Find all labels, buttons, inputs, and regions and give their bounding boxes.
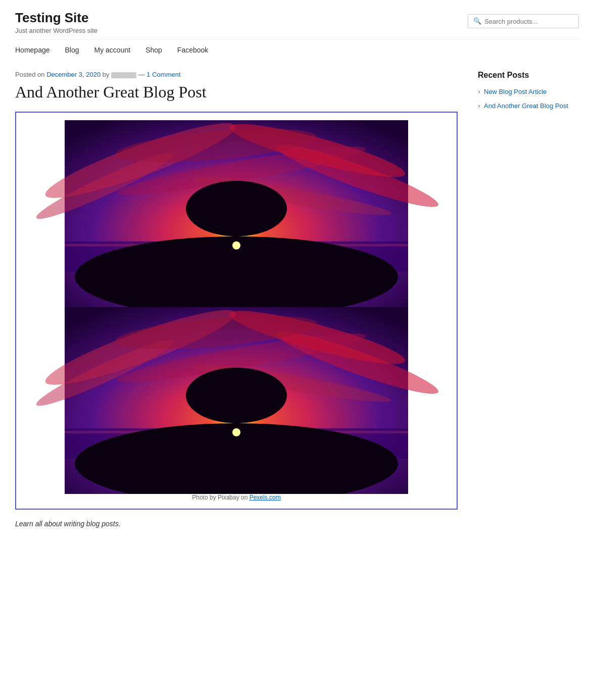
- nav-item-facebook[interactable]: Facebook: [177, 43, 216, 57]
- site-tagline: Just another WordPress site: [15, 27, 97, 34]
- comment-link[interactable]: 1 Comment: [146, 71, 180, 78]
- by-label: by: [103, 71, 110, 78]
- search-box[interactable]: 🔍: [468, 14, 579, 28]
- main-navigation: Homepage Blog My account Shop Facebook: [15, 40, 579, 61]
- post-date[interactable]: December 3, 2020: [46, 71, 101, 78]
- figure-caption: Photo by Pixabay on Pexels.com: [24, 494, 449, 501]
- post-meta: Posted on December 3, 2020 by — 1 Commen…: [15, 71, 458, 78]
- search-icon: 🔍: [473, 17, 481, 25]
- nav-item-blog[interactable]: Blog: [65, 43, 87, 57]
- sidebar-recent-posts-title: Recent Posts: [478, 71, 579, 80]
- svg-point-30: [186, 368, 287, 423]
- nav-item-shop[interactable]: Shop: [145, 43, 170, 57]
- main-content: Posted on December 3, 2020 by — 1 Commen…: [15, 71, 458, 528]
- comment-dash: —: [138, 71, 145, 78]
- nav-item-myaccount[interactable]: My account: [94, 43, 138, 57]
- post-excerpt: Learn all about writing blog posts.: [15, 520, 458, 528]
- site-title: Testing Site: [15, 10, 97, 26]
- post-image-2: [24, 307, 449, 494]
- posted-on-label: Posted on: [15, 71, 45, 78]
- post-figure: Photo by Pixabay on Pexels.com: [15, 112, 458, 510]
- caption-link[interactable]: Pexels.com: [250, 494, 281, 501]
- post-image-1: [24, 120, 449, 307]
- sidebar-posts-list: New Blog Post Article And Another Great …: [478, 87, 579, 111]
- caption-text: Photo by Pixabay on: [192, 494, 247, 501]
- svg-point-14: [186, 181, 287, 236]
- post-title: And Another Great Blog Post: [15, 82, 458, 102]
- svg-point-31: [232, 428, 240, 436]
- svg-point-15: [232, 241, 240, 249]
- site-branding: Testing Site Just another WordPress site: [15, 10, 97, 34]
- author-name: [111, 72, 136, 78]
- sidebar-post-link-2[interactable]: And Another Great Blog Post: [484, 102, 568, 110]
- search-input[interactable]: [484, 18, 573, 25]
- sidebar-post-item: And Another Great Blog Post: [478, 102, 579, 111]
- sidebar-post-link-1[interactable]: New Blog Post Article: [484, 88, 547, 95]
- sidebar: Recent Posts New Blog Post Article And A…: [478, 71, 579, 528]
- sidebar-post-item: New Blog Post Article: [478, 87, 579, 96]
- nav-item-homepage[interactable]: Homepage: [15, 43, 58, 57]
